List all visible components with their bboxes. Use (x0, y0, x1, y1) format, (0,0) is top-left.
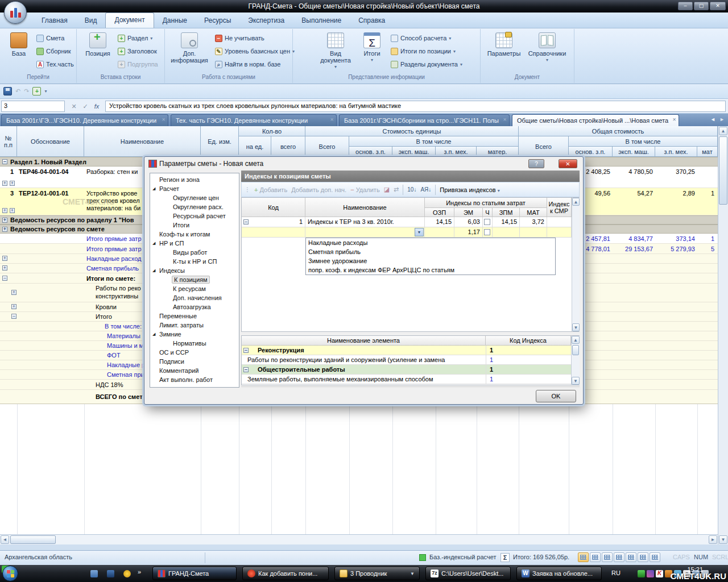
uroven-bazisnyh-cen-button[interactable]: ✎Уровень базисных цен▾ (215, 45, 295, 57)
expand-icon[interactable]: + (2, 227, 7, 232)
tree-item[interactable]: Коэф-ты к итогам (150, 230, 239, 239)
dropdown-option[interactable]: Зимнее удорожание (306, 256, 555, 265)
tree-item[interactable]: Виды работ (150, 248, 239, 257)
tab-glavnaya[interactable]: Главная (33, 14, 76, 28)
view-mode-icon[interactable] (626, 552, 636, 562)
horizontal-scrollbar[interactable]: ◄ ► (0, 534, 718, 544)
sort-numeric-icon[interactable]: 10↓ (407, 186, 416, 193)
col-unit-incl-group[interactable]: В том числе (349, 136, 519, 147)
view-mode-icon[interactable] (614, 552, 624, 562)
dialog-title-bar[interactable]: Параметры сметы - Новая смета (144, 157, 583, 171)
col-unit-zp-meh[interactable]: з.п. мех. (436, 147, 477, 157)
calc-mode-label[interactable]: Баз.-индексный расчет (429, 554, 496, 560)
scroll-up-icon[interactable]: ▲ (719, 127, 727, 135)
doc-tab-3[interactable]: База 2001г.\ГЭСН\Сборники на стро...\ГЭС… (339, 114, 510, 126)
scroll-thumb[interactable] (10, 535, 56, 544)
col-unit-cost-group[interactable]: Стоимость единицы (305, 126, 519, 136)
redo-icon[interactable]: ↷ (24, 88, 29, 95)
name-dropdown-button[interactable]: ▼ (415, 228, 424, 236)
tab-resursy[interactable]: Ресурсы (196, 14, 239, 28)
minimize-button[interactable]: – (678, 2, 693, 10)
tech-part-button[interactable]: AТех.часть (36, 59, 74, 70)
tab-close-icon[interactable]: ✕ (672, 117, 676, 122)
tree-item[interactable]: ◢НР и СП (150, 239, 239, 248)
parameters-tree[interactable]: Регион и зона ◢Расчет Округление цен Окр… (150, 173, 239, 388)
sort-alpha-icon[interactable]: АЯ↓ (420, 186, 431, 193)
dropdown-option[interactable]: Накладные расходы (306, 238, 555, 247)
tree-item[interactable]: Комментарий (150, 366, 239, 375)
col-total-cost-group[interactable]: Общая стоимость (519, 126, 718, 136)
app-orb-icon[interactable] (4, 1, 27, 24)
ok-button[interactable]: OK (536, 390, 576, 402)
expand-icon[interactable]: + (11, 290, 16, 295)
expand-icon[interactable]: + (2, 208, 7, 213)
tab-vypolnenie[interactable]: Выполнение (293, 14, 350, 28)
add-row-icon[interactable]: + (32, 87, 41, 95)
tree-item[interactable]: Округление цен (150, 193, 239, 202)
element-col-name[interactable]: Наименование элемента (242, 336, 486, 346)
tab-close-icon[interactable]: ✕ (330, 117, 334, 122)
tree-item[interactable]: К-ты к НР и СП (150, 257, 239, 266)
tree-item[interactable]: Подписи (150, 357, 239, 366)
tree-item[interactable]: ◢Зимние (150, 330, 239, 339)
sbornik-button[interactable]: Сборник (36, 45, 71, 57)
col-unit-eksp-mash[interactable]: эксп. маш. (392, 147, 436, 157)
scroll-right-icon[interactable]: ► (709, 535, 717, 544)
tree-item-selected[interactable]: К позициям (150, 275, 239, 284)
collapse-icon[interactable]: − (2, 159, 7, 164)
col-total-eksp-mash[interactable]: эксп. маш. (613, 147, 655, 157)
collapse-icon[interactable]: − (243, 348, 249, 353)
vertical-scrollbar[interactable]: ▲ ▼ (718, 126, 728, 544)
tree-item[interactable]: К ресурсам (150, 284, 239, 293)
col-total-mat[interactable]: мат (697, 147, 718, 157)
razdel-button[interactable]: +Раздел▾ (118, 32, 152, 44)
swap-icon[interactable]: ⇄ (394, 186, 399, 193)
doc-tab-2[interactable]: Тех. часть ГЭСН10. Деревянные конструкци… (171, 114, 337, 126)
expanded-triangle-icon[interactable]: ◢ (152, 330, 155, 339)
scroll-down-icon[interactable]: ▼ (719, 535, 727, 544)
taskbar-button-word[interactable]: W Заявка на обновле... (516, 567, 602, 580)
index-col-name[interactable]: Наименование (305, 198, 425, 217)
dropdown-option[interactable]: Сметная прибыль (306, 247, 555, 256)
tab-ekspertiza[interactable]: Экспертиза (239, 14, 293, 28)
sposob-rascheta-button[interactable]: Способ расчета▾ (391, 32, 451, 44)
view-mode-icon[interactable] (638, 552, 648, 562)
index-col-em[interactable]: ЭМ (454, 208, 483, 217)
expand-icon[interactable]: + (2, 181, 7, 186)
quick-launch-chevron-icon[interactable]: » (138, 568, 141, 575)
index-col-ch[interactable]: Ч (483, 208, 493, 217)
zagolovok-button[interactable]: +Заголовок (118, 45, 157, 57)
save-icon[interactable] (3, 87, 12, 95)
element-row[interactable]: Работы по реконструкции зданий и сооруже… (242, 355, 571, 365)
scroll-down-icon[interactable]: ▼ (572, 377, 580, 385)
index-binding-button[interactable]: Привязка индексов ▾ (440, 186, 499, 193)
razdely-dokumenta-button[interactable]: Разделы документа▾ (391, 59, 462, 70)
col-qty-per-unit[interactable]: на ед. (239, 136, 271, 157)
view-mode-icon[interactable] (590, 552, 601, 562)
col-unit-mater[interactable]: матер. (477, 147, 519, 157)
expand-icon[interactable]: + (2, 265, 7, 271)
element-row-section[interactable]: − Реконструкция 1 (242, 346, 571, 355)
scroll-down-icon[interactable]: ▼ (572, 323, 580, 331)
quick-launch-icon[interactable] (107, 570, 114, 577)
index-table[interactable]: Код Наименование Индексы по статьям затр… (241, 197, 580, 332)
parametry-button[interactable]: Параметры (486, 32, 522, 57)
start-button[interactable] (2, 566, 18, 581)
col-unit-cost-total[interactable]: Всего (305, 136, 349, 157)
tab-close-icon[interactable]: ✕ (503, 117, 507, 122)
tab-scroll-left-icon[interactable]: ◄ (710, 117, 715, 122)
scroll-left-icon[interactable]: ◄ (1, 535, 9, 544)
expand-icon[interactable]: + (2, 218, 7, 223)
index-name-dropdown-list[interactable]: Накладные расходы Сметная прибыль Зимнее… (305, 238, 556, 275)
taskbar-button-grand-smeta[interactable]: ГРАНД-Смета (152, 567, 237, 580)
col-qty-group[interactable]: Кол-во (239, 126, 305, 136)
maximize-button[interactable]: ▢ (694, 2, 709, 10)
dropdown-option[interactable]: попр. коэф. к индексам ФЕР АрхРЦЦС по ст… (306, 265, 555, 275)
hour-checkbox[interactable] (484, 219, 490, 225)
group-expand-icon[interactable]: ▼ (410, 571, 415, 576)
dialog-help-button[interactable]: ? (528, 159, 544, 168)
element-row[interactable]: Земляные работы, выполняемые механизиров… (242, 375, 571, 384)
scroll-thumb[interactable] (719, 136, 727, 205)
view-mode-icon[interactable] (650, 552, 660, 562)
dop-informaciya-button[interactable]: Доп. информация (169, 32, 209, 64)
